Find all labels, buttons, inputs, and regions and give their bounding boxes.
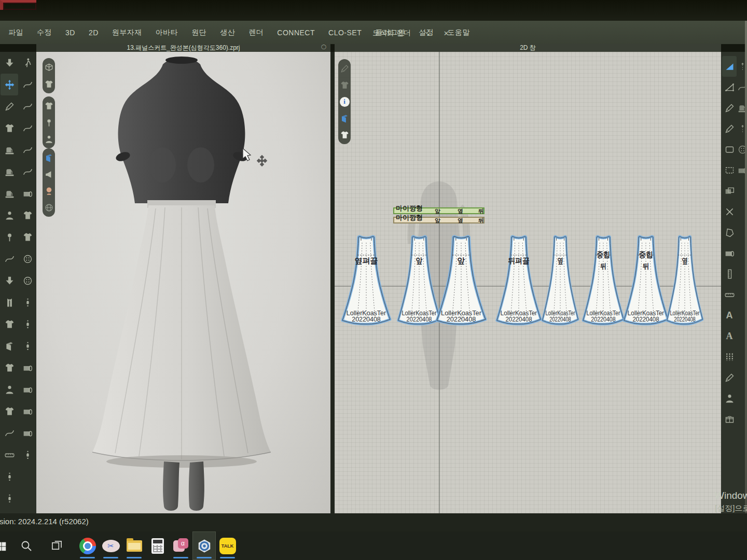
taskbar-chrome[interactable] bbox=[76, 531, 99, 560]
pattern-piece-6[interactable]: 중힙뒤LollerKoasTer20220408 bbox=[624, 236, 668, 324]
simulate-arrow-tool[interactable] bbox=[1, 52, 18, 74]
menu-item-2[interactable]: 3D bbox=[65, 29, 75, 37]
start-button[interactable] bbox=[0, 531, 7, 560]
waistband-pattern-tan[interactable]: 마이깡형 앞 옆 뒤 bbox=[393, 217, 485, 223]
wrap-shirt-tool[interactable] bbox=[1, 357, 18, 379]
roll-4-tool[interactable] bbox=[19, 422, 36, 444]
fabric-book-2d-tool[interactable] bbox=[338, 112, 351, 124]
zip-shirt-b-tool[interactable] bbox=[1, 487, 18, 509]
taskbar-snipping-tool[interactable]: ✂ bbox=[99, 531, 122, 560]
pattern-piece-2[interactable]: 앞LollerKoasTer20220408 bbox=[437, 236, 486, 324]
tab-close-icon[interactable]: ✕ bbox=[444, 30, 449, 37]
task-view-button[interactable] bbox=[45, 531, 68, 560]
avatar-bust-tool[interactable] bbox=[1, 379, 18, 400]
garment-fit-tool[interactable] bbox=[43, 100, 55, 112]
menu-item-4[interactable]: 원부자재 bbox=[112, 28, 142, 37]
viewport-divider[interactable] bbox=[330, 52, 335, 513]
viewport-2d[interactable]: 마이깡형 앞 옆 뒤 마이깡형 앞 옆 뒤 옆펴끌LollerKoasTer20… bbox=[335, 52, 721, 513]
info-tool[interactable]: i bbox=[338, 95, 351, 108]
menu-item-3[interactable]: 2D bbox=[89, 29, 99, 37]
reset-shirt-tool[interactable] bbox=[338, 129, 351, 141]
move-cross-tool[interactable] bbox=[1, 74, 18, 95]
menu-item-0[interactable]: 파일 bbox=[8, 28, 23, 37]
texture-shirt-1-tool[interactable] bbox=[19, 204, 36, 226]
transform-triangle-tool[interactable] bbox=[722, 56, 737, 77]
taskbar-file-explorer[interactable] bbox=[122, 531, 146, 560]
button-small-tool[interactable] bbox=[19, 248, 36, 270]
curvature-pen-tool[interactable] bbox=[1, 95, 18, 117]
menu-item-9[interactable]: CONNECT bbox=[277, 29, 315, 37]
pattern-piece-7[interactable]: 옆LollerKoasTer20220408 bbox=[667, 236, 703, 324]
sew-machine-curve-tool[interactable] bbox=[1, 183, 18, 204]
menu-item-7[interactable]: 생산 bbox=[220, 28, 235, 37]
window-titlebar-3d[interactable]: 13.패널스커트_완성본(심형각도360).zprj ◯ bbox=[36, 44, 330, 52]
menu-item-13[interactable]: 도움말 bbox=[447, 28, 470, 37]
measure-curve-tool[interactable] bbox=[1, 422, 18, 444]
roll-3-tool[interactable] bbox=[19, 400, 36, 422]
colorway-vest-tool[interactable] bbox=[1, 291, 18, 313]
menu-item-8[interactable]: 렌더 bbox=[248, 28, 264, 37]
zip-dot-2-tool[interactable] bbox=[19, 335, 36, 357]
pattern-piece-5[interactable]: 중힙뒤LollerKoasTer20220408 bbox=[583, 236, 624, 324]
fabric-pin-roll-tool[interactable] bbox=[19, 183, 36, 204]
menu-item-1[interactable]: 수정 bbox=[37, 28, 52, 37]
garment-arrow-tool[interactable] bbox=[1, 400, 18, 422]
search-button[interactable] bbox=[15, 531, 38, 560]
sew-curve-3-tool[interactable] bbox=[19, 117, 36, 139]
cross-x-tool[interactable] bbox=[722, 201, 737, 222]
ruler-tape-tool[interactable] bbox=[722, 284, 737, 305]
sew-machine-tool[interactable] bbox=[1, 139, 18, 161]
steam-curve-tool[interactable] bbox=[1, 248, 18, 270]
menu-item-6[interactable]: 원단 bbox=[191, 28, 206, 37]
pattern-piece-0[interactable]: 옆펴끌LollerKoasTer20220408 bbox=[342, 236, 390, 324]
avatar-pattern-tool[interactable] bbox=[722, 388, 737, 409]
float-window-icon[interactable]: ◯ bbox=[321, 44, 326, 49]
curve-pen-2-tool[interactable] bbox=[722, 367, 737, 388]
sew-curve-2-tool[interactable] bbox=[19, 95, 36, 117]
avatar-sew-tool[interactable] bbox=[1, 204, 18, 226]
round-rect-tool[interactable] bbox=[722, 139, 737, 160]
zip-shirt-a-tool[interactable] bbox=[1, 466, 18, 487]
pin-tool[interactable] bbox=[43, 116, 55, 129]
walk-avatar-tool[interactable] bbox=[19, 52, 36, 74]
menu-item-10[interactable]: CLO-SET bbox=[328, 29, 362, 37]
tab-minimize-icon[interactable]: ↘ bbox=[424, 30, 430, 37]
render-tab[interactable]: 도식화 렌더 ↘ ✕ bbox=[372, 27, 449, 39]
ruler-vertical-tool[interactable] bbox=[722, 263, 737, 284]
measure-tape-tool[interactable] bbox=[1, 444, 18, 466]
announce-flag-tool[interactable] bbox=[43, 168, 55, 180]
seam-columns-tool[interactable] bbox=[722, 346, 737, 367]
menu-item-5[interactable]: 아바타 bbox=[156, 28, 178, 37]
fold-arrow-tool[interactable] bbox=[1, 270, 18, 291]
sew-curve-5-tool[interactable] bbox=[19, 161, 36, 183]
layer-rects-tool[interactable] bbox=[722, 180, 737, 201]
pattern-shirt-tool[interactable] bbox=[1, 313, 18, 335]
sew-curve-4-tool[interactable] bbox=[19, 139, 36, 161]
line-pen-tool[interactable] bbox=[338, 62, 351, 75]
fabric-book-tool[interactable] bbox=[43, 151, 55, 164]
button-large-tool[interactable] bbox=[19, 270, 36, 291]
gift-box-tool[interactable] bbox=[722, 409, 737, 429]
sew-machine-line-tool[interactable] bbox=[1, 161, 18, 183]
avatar-head-tool[interactable] bbox=[43, 185, 55, 197]
zip-lock-tool[interactable] bbox=[19, 291, 36, 313]
render-cube-tool[interactable] bbox=[43, 61, 55, 74]
edit-triangle-tool[interactable] bbox=[722, 77, 737, 97]
garment-faint-tool[interactable] bbox=[338, 79, 351, 91]
zip-puller-tool[interactable] bbox=[19, 444, 36, 466]
cylinder-roll-tool[interactable] bbox=[722, 243, 737, 263]
book-drape-tool[interactable] bbox=[1, 335, 18, 357]
pattern-piece-3[interactable]: 뒤펴끌LollerKoasTer20220408 bbox=[497, 236, 541, 324]
zip-dot-1-tool[interactable] bbox=[19, 313, 36, 335]
text-a-tool[interactable]: A bbox=[722, 305, 737, 326]
taskbar-calculator[interactable] bbox=[146, 531, 169, 560]
taskbar-kakaotalk[interactable]: TALK bbox=[216, 531, 239, 560]
pattern-piece-1[interactable]: 앞LollerKoasTer20220408 bbox=[398, 236, 440, 324]
taskbar-clo[interactable] bbox=[192, 531, 216, 560]
window-titlebar-2d[interactable]: 2D 창 bbox=[335, 44, 721, 52]
point-pen-tool[interactable] bbox=[722, 97, 737, 118]
show-garment-tool[interactable] bbox=[43, 78, 55, 90]
sew-curve-1-tool[interactable] bbox=[19, 74, 36, 95]
roll-1-tool[interactable] bbox=[19, 357, 36, 379]
roll-2-tool[interactable] bbox=[19, 379, 36, 400]
